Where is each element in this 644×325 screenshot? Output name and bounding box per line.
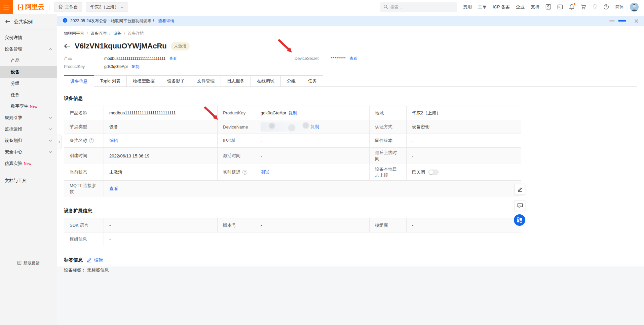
sidebar-item-tasks[interactable]: 任务 [0, 89, 57, 101]
sidebar-item-groups[interactable]: 分组 [0, 78, 57, 89]
nav-tickets[interactable]: 工单 [478, 4, 487, 10]
device-tags-line: 设备标签： 无标签信息 [64, 267, 637, 273]
breadcrumb-devices[interactable]: 设备 [113, 31, 125, 36]
announcement-detail-link[interactable]: 查看详情 [158, 18, 174, 24]
language-selector[interactable]: 简体 [615, 4, 624, 10]
mqtt-params-cell: 查看 [104, 181, 521, 197]
back-arrow-icon[interactable] [64, 43, 71, 49]
tab-log-service[interactable]: 日志服务 [221, 75, 251, 87]
created-time-label: 创建时间 [64, 148, 104, 164]
tab-device-info[interactable]: 设备信息 [64, 75, 94, 87]
announcement-text: 2022-05-24发布公告：物联网平台新功能发布！ [70, 18, 155, 24]
user-avatar[interactable] [630, 3, 639, 11]
device-meta: 产品 modbus111111111111111111111111 查看 Pro… [64, 55, 637, 71]
product-view-link[interactable]: 查看 [169, 56, 177, 62]
devicesecret-view-link[interactable]: 查看 [349, 56, 357, 62]
sidebar-item-rules-engine[interactable]: 规则引擎 [0, 112, 57, 123]
announcement-banner: 2022-05-24发布公告：物联网平台新功能发布！ 查看详情 [57, 16, 644, 26]
tab-tasks[interactable]: 任务 [302, 75, 323, 87]
status-badge: 未激活 [171, 42, 190, 50]
sidebar-item-security-center[interactable]: 安全中心 [0, 146, 57, 158]
sidebar-item-digital-twin[interactable]: 数字孪生 New [0, 101, 57, 112]
table-row: 创建时间 2022/06/13 15:36:19 激活时间 - 最后上线时间 - [64, 147, 521, 164]
feedback-button[interactable]: 新版反馈 [0, 256, 57, 266]
productkey-copy-link[interactable]: 复制 [289, 110, 297, 116]
activated-time-label: 激活时间 [217, 148, 255, 164]
notification-dot [574, 3, 575, 5]
latency-test-link[interactable]: 测试 [261, 169, 269, 175]
notification-bell-icon[interactable] [569, 4, 574, 10]
chevron-up-icon [49, 48, 52, 50]
region-selector[interactable]: 华东2（上海） [86, 2, 128, 12]
floating-widgets-button[interactable] [514, 214, 525, 226]
help-question-icon[interactable] [89, 138, 94, 143]
breadcrumb-device-management[interactable]: 设备管理 [90, 31, 110, 36]
new-badge: New [30, 104, 37, 108]
module-vendor-label: 模组商 [369, 218, 406, 232]
nav-support[interactable]: 支持 [531, 4, 539, 10]
node-type-label: 节点类型 [64, 120, 104, 134]
productkey-value: gdk0qGteApr [261, 110, 287, 115]
main-area: 2022-05-24发布公告：物联网平台新功能发布！ 查看详情 物联网平台 设备… [57, 14, 644, 325]
sidebar-item-device-management[interactable]: 设备管理 [0, 43, 57, 55]
sidebar-item-simulation[interactable]: 仿真实验 New [0, 158, 57, 169]
tab-groups[interactable]: 分组 [281, 75, 302, 87]
sidebar-back-public-instance[interactable]: 公共实例 [0, 14, 57, 30]
productkey-value: gdk0qGteApr [104, 64, 128, 69]
aliyun-logo[interactable]: (-) 阿里云 [17, 3, 44, 11]
module-vendor-value: - [406, 218, 521, 232]
search-input[interactable] [380, 2, 457, 12]
mqtt-params-view-link[interactable]: 查看 [109, 186, 118, 192]
nav-enterprise[interactable]: 企业 [516, 4, 525, 10]
sidebar-item-device-assignment[interactable]: 设备划归 [0, 135, 57, 146]
tab-online-debug[interactable]: 在线调试 [251, 75, 281, 87]
floating-comment-button[interactable] [515, 200, 525, 211]
remark-edit-link[interactable]: 编辑 [109, 138, 118, 144]
sidebar-item-monitoring-ops[interactable]: 监控运维 [0, 123, 57, 135]
mqtt-params-label: MQTT 连接参数 [64, 181, 104, 197]
cart-icon[interactable] [580, 4, 586, 10]
tab-file-management[interactable]: 文件管理 [191, 75, 221, 87]
app-store-icon[interactable] [545, 4, 551, 10]
productkey-label: ProductKey [217, 106, 255, 120]
sidebar-item-products[interactable]: 产品 [0, 55, 57, 66]
sidebar-item-instance-details[interactable]: 实例详情 [0, 32, 57, 43]
detail-tabs: 设备信息 Topic 列表 物模型数据 设备影子 文件管理 日志服务 在线调试 … [64, 75, 637, 87]
help-icon[interactable] [603, 4, 609, 10]
local-log-toggle[interactable] [428, 170, 439, 175]
hamburger-menu-button[interactable] [0, 0, 13, 14]
banner-page-dot[interactable] [609, 20, 615, 22]
table-row: 节点类型 设备 DeviceName 复制 认证方式 设备密钥 [64, 120, 521, 134]
terminal-icon[interactable] [557, 4, 563, 10]
search-icon [383, 4, 388, 10]
sidebar-item-docs-tools[interactable]: 文档与工具 [0, 175, 57, 186]
productkey-copy-link[interactable]: 复制 [131, 64, 140, 70]
topbar-divider [49, 4, 49, 10]
tab-device-shadow[interactable]: 设备影子 [161, 75, 191, 87]
workbench-button[interactable]: 工作台 [54, 2, 82, 12]
devicesecret-masked-value: ******** [331, 56, 346, 61]
close-icon[interactable] [634, 19, 639, 23]
product-name-label: 产品名称 [64, 106, 104, 120]
floating-edit-button[interactable] [515, 184, 525, 195]
local-log-report-state: 已关闭 [412, 169, 425, 175]
top-header-bar: (-) 阿里云 工作台 华东2（上海） 费用 工单 ICP 备案 企业 支持 [0, 0, 644, 14]
module-info-label: 模组信息 [64, 232, 104, 246]
nav-icp[interactable]: ICP 备案 [493, 4, 510, 10]
tab-tsl-data[interactable]: 物模型数据 [127, 75, 161, 87]
product-value: modbus111111111111111111111111 [104, 56, 165, 61]
banner-page-dot-active[interactable] [618, 20, 626, 22]
tags-edit-link[interactable]: 编辑 [94, 257, 103, 263]
current-status-label: 当前状态 [64, 164, 104, 180]
help-question-icon[interactable] [242, 170, 247, 175]
firmware-version-value: - [406, 134, 521, 147]
tab-topic-list[interactable]: Topic 列表 [94, 75, 127, 87]
breadcrumb-iot-platform[interactable]: 物联网平台 [64, 31, 88, 36]
last-online-value: - [406, 148, 521, 164]
lightbulb-icon[interactable] [592, 4, 597, 10]
productkey-cell: gdk0qGteApr 复制 [255, 106, 369, 120]
sidebar-item-devices[interactable]: 设备 [0, 66, 57, 78]
nav-billing[interactable]: 费用 [463, 4, 472, 10]
chevron-down-icon [121, 4, 124, 9]
sidebar-collapse-handle[interactable] [57, 135, 62, 149]
